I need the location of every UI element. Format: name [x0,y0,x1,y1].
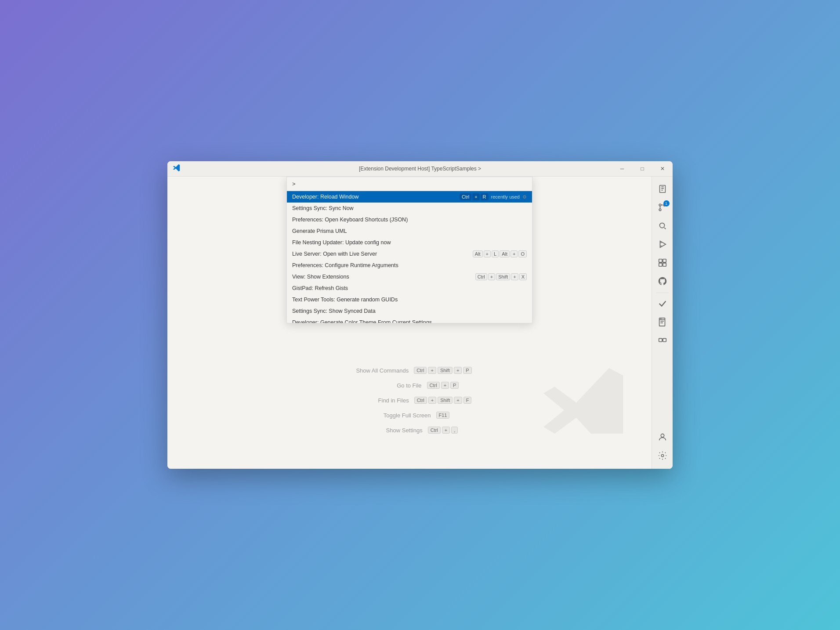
hint-shortcut: Ctrl + Shift + F [414,397,472,404]
recently-used-label: recently used [491,194,520,199]
command-item[interactable]: Developer: Generate Color Theme From Cur… [287,317,532,323]
key-plus: + [441,382,449,389]
activity-bar-bottom [654,428,671,465]
key-f: F [463,397,472,404]
command-list[interactable]: Developer: Reload Window Ctrl + R recent… [287,191,532,323]
key-plus: + [442,427,450,434]
key-ctrl: Ctrl [427,382,440,389]
sidebar-item-github[interactable] [654,272,671,290]
command-item-label: Generate Prisma UML [292,228,527,234]
key-r: R [481,193,489,200]
command-item-label: Settings Sync: Show Synced Data [292,308,527,314]
gear-icon[interactable]: ⚙ [522,194,527,200]
hint-shortcut: Ctrl + P [427,382,459,389]
key-plus: + [472,193,479,200]
sidebar-item-remote[interactable] [654,332,671,349]
settings-button[interactable] [654,447,671,464]
command-item-label: View: Show Extensions [292,274,472,280]
activity-bar: 1 [652,177,673,469]
key-ctrl: Ctrl [414,397,427,404]
vscode-logo-icon [173,164,181,174]
key-plus: + [428,397,436,404]
svg-point-3 [659,209,661,211]
command-item[interactable]: Generate Prisma UML [287,225,532,237]
account-button[interactable] [654,428,671,446]
hint-label: Go to File [360,382,422,389]
hint-shortcut: Ctrl + , [428,427,458,434]
hint-area: Show All Commands Ctrl + Shift + P Go to… [167,340,652,469]
hint-row: Toggle Full Screen F11 [369,412,450,419]
sidebar-item-extensions[interactable] [654,254,671,272]
key-p: P [463,367,471,374]
command-item[interactable]: File Nesting Updater: Update config now [287,237,532,248]
separator [656,293,669,293]
window-controls: ─ □ ✕ [612,161,673,176]
hint-shortcut: F11 [436,412,450,419]
svg-rect-11 [659,338,662,341]
key-shift: Shift [438,397,453,404]
hint-row: Find in Files Ctrl + Shift + F [348,397,472,404]
command-item[interactable]: Settings Sync: Show Synced Data [287,305,532,317]
key-plus2: + [511,273,518,280]
shortcut-group: Alt + L Alt + O [473,250,527,257]
svg-point-4 [659,223,664,228]
command-item-label: Preferences: Configure Runtime Arguments [292,262,527,268]
key-plus2: + [454,397,462,404]
key-plus: + [484,250,491,257]
key-p: P [450,382,459,389]
key-ctrl: Ctrl [414,367,427,374]
command-item[interactable]: Developer: Reload Window Ctrl + R recent… [287,191,532,203]
key-ctrl: Ctrl [428,427,441,434]
command-item-label: Live Server: Open with Live Server [292,251,469,257]
maximize-button[interactable]: □ [632,161,652,177]
sidebar-item-notebook[interactable] [654,313,671,331]
command-item-label: Settings Sync: Sync Now [292,205,527,211]
hint-label: Toggle Full Screen [369,412,431,419]
svg-point-14 [661,454,664,457]
key-x: X [519,273,527,280]
shortcut-group: Ctrl + R [460,193,489,200]
key-shift: Shift [438,367,453,374]
key-alt2: Alt [500,250,510,257]
key-plus: + [488,273,495,280]
command-palette: > Developer: Reload Window Ctrl + R rece… [286,177,532,323]
sidebar-item-source-control[interactable]: 1 [654,199,671,216]
vscode-window: [Extension Development Host] TypeScriptS… [167,161,673,469]
command-item[interactable]: Preferences: Open Keyboard Shortcuts (JS… [287,214,532,225]
command-item[interactable]: GistPad: Refresh Gists [287,282,532,294]
svg-rect-9 [663,263,666,266]
hint-row: Show Settings Ctrl + , [361,427,458,434]
sidebar-item-search[interactable] [654,217,671,235]
hint-label: Show All Commands [347,367,409,374]
hint-row: Go to File Ctrl + P [360,382,459,389]
command-item[interactable]: Preferences: Configure Runtime Arguments [287,260,532,271]
svg-rect-12 [663,338,666,341]
key-o: O [518,250,527,257]
command-item[interactable]: Text Power Tools: Generate random GUIDs [287,294,532,305]
svg-marker-5 [660,241,666,248]
hint-shortcut: Ctrl + Shift + P [414,367,471,374]
sidebar-item-run[interactable] [654,235,671,253]
minimize-button[interactable]: ─ [612,161,632,177]
svg-rect-0 [659,185,665,193]
command-item-right: Ctrl + Shift + X [475,273,527,280]
close-button[interactable]: ✕ [652,161,673,177]
command-item-label: Text Power Tools: Generate random GUIDs [292,297,527,303]
svg-rect-10 [659,318,665,326]
sidebar-item-explorer[interactable] [654,180,671,198]
svg-rect-8 [659,263,662,266]
command-input-row[interactable]: > [287,177,532,191]
svg-rect-6 [659,259,662,262]
command-item[interactable]: Live Server: Open with Live Server Alt +… [287,248,532,260]
hint-row: Show All Commands Ctrl + Shift + P [347,367,471,374]
command-input-prefix: > [292,181,296,187]
command-item[interactable]: Settings Sync: Sync Now [287,203,532,214]
svg-rect-7 [663,259,666,262]
key-comma: , [451,427,458,434]
key-l: L [492,250,499,257]
title-bar: [Extension Development Host] TypeScriptS… [167,161,673,177]
svg-point-13 [661,434,664,437]
sidebar-item-check[interactable] [654,295,671,312]
command-item[interactable]: View: Show Extensions Ctrl + Shift + X [287,271,532,282]
key-plus2: + [511,250,518,257]
